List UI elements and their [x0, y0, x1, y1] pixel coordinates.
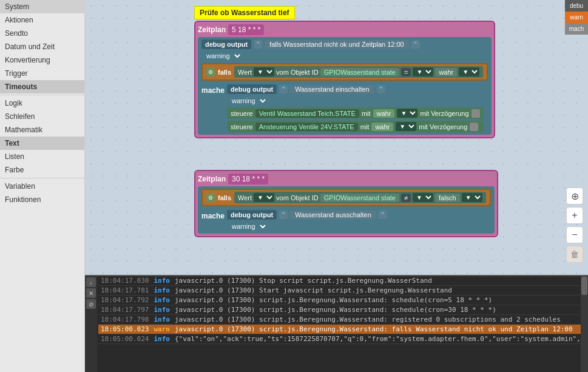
- sidebar-divider: [0, 95, 84, 95]
- mit-delay1-label: mit Verzögerung: [420, 110, 468, 117]
- log-area[interactable]: ↓ ✕ ⊘ 18:04:17.030 info javascript.0 (17…: [85, 275, 588, 372]
- warning-select-2[interactable]: warning info error: [227, 96, 268, 106]
- warning-select-1[interactable]: warning info error: [201, 51, 242, 61]
- zoom-in-button[interactable]: +: [566, 207, 583, 224]
- block-group-1: Prüfe ob Wasserstand tief Zeitplan 5 18 …: [194, 6, 588, 138]
- ventil2-value: Ansteuerung Ventile 24V.STATE: [255, 123, 358, 131]
- log-msg: javascript.0 (17300) Stop script script.…: [172, 276, 588, 286]
- canvas-controls: ⊕ + − 🗑: [566, 188, 583, 263]
- log-table: 18:04:17.030 info javascript.0 (17300) S…: [98, 276, 588, 344]
- block-group-2: Zeitplan 30 18 * * * ⚙ falls Wert ▼ vom …: [194, 170, 498, 237]
- wahr-dropdown-1[interactable]: ▼: [459, 67, 479, 76]
- sidebar-item-aktionen[interactable]: Aktionen: [0, 13, 84, 27]
- sidebar-item-sendto[interactable]: Sendto: [0, 27, 84, 40]
- wert-label-1: Wert: [238, 69, 252, 76]
- sidebar-item-text[interactable]: Text: [0, 137, 84, 150]
- neq-dropdown-2[interactable]: ▼: [413, 193, 433, 202]
- wert-dropdown-2[interactable]: ▼: [254, 193, 274, 202]
- quote-open-1: ": [254, 40, 262, 49]
- eq-dropdown-1[interactable]: ▼: [413, 67, 433, 76]
- steuere-label-1: steuere: [231, 110, 253, 117]
- log-row: 18:04:17.792 info javascript.0 (17300) s…: [98, 296, 588, 305]
- wahr1-dropdown[interactable]: ▼: [397, 109, 417, 118]
- log-level: info: [151, 305, 172, 315]
- log-row: 18:05:00.023 warn javascript.0 (17300) s…: [98, 325, 588, 334]
- log-ctrl-3[interactable]: ⊘: [86, 299, 96, 309]
- log-time: 18:04:17.030: [98, 276, 151, 286]
- compass-button[interactable]: ⊕: [566, 188, 583, 205]
- sidebar-item-variablen[interactable]: Variablen: [0, 180, 84, 193]
- sidebar-divider2: [0, 178, 84, 178]
- sidebar-item-datum-und-zeit[interactable]: Datum und Zeit: [0, 40, 84, 53]
- quote-close-2: ": [377, 85, 385, 93]
- gpio-state-1: GPIOWasserstand state: [320, 68, 399, 76]
- log-time: 18:04:17.797: [98, 305, 151, 315]
- zeitplan-label-1: Zeitplan: [198, 25, 226, 34]
- log-msg: javascript.0 (17300) Start javascript sc…: [172, 286, 588, 296]
- wasserstand-text-1: Wasserstand einschalten: [290, 85, 374, 93]
- log-msg: javascript.0 (17300) script.js.Beregnung…: [172, 296, 588, 305]
- sidebar-item-farbe[interactable]: Farbe: [0, 163, 84, 177]
- gpio-state-2: GPIOWasserstand state: [320, 194, 399, 202]
- quote-open-3: ": [279, 211, 288, 219]
- quote-close-1: ": [411, 40, 420, 49]
- log-row: 18:05:00.024 info {"val":"on","ack":true…: [98, 334, 588, 344]
- sidebar-item-listen[interactable]: Listen: [0, 150, 84, 163]
- steuere-label-2: steuere: [231, 123, 253, 130]
- quote-open-2: ": [279, 85, 288, 93]
- wahr-value-1: wahr: [435, 68, 457, 76]
- log-time: 18:04:17.781: [98, 286, 151, 296]
- neq-label-2: ≠: [401, 194, 411, 202]
- log-time: 18:04:17.798: [98, 315, 151, 325]
- falls-label-1: falls: [218, 69, 231, 76]
- wahr2-btn: wahr: [371, 123, 393, 131]
- wahr1-btn: wahr: [373, 109, 395, 118]
- log-msg: javascript.0 (17300) script.js.Beregnung…: [172, 315, 588, 325]
- log-row: 18:04:17.797 info javascript.0 (17300) s…: [98, 305, 588, 315]
- log-level: warn: [151, 325, 172, 334]
- log-time: 18:04:17.792: [98, 296, 151, 305]
- sidebar-item-konvertierung[interactable]: Konvertierung: [0, 53, 84, 67]
- falls-label-2: falls: [218, 194, 231, 201]
- main-area: debu warn mach Prüfe ob Wasserstand tief…: [85, 0, 588, 372]
- sidebar-item-system[interactable]: System: [0, 0, 84, 13]
- wert-dropdown-1[interactable]: ▼: [254, 67, 274, 76]
- log-msg: {"val":"on","ack":true,"ts":158722587070…: [172, 334, 588, 344]
- sidebar-item-funktionen[interactable]: Funktionen: [0, 193, 84, 206]
- yellow-label: Prüfe ob Wasserstand tief: [194, 6, 295, 19]
- debug-text-1: falls Wasserstand nicht ok und Zeitplan …: [265, 40, 409, 49]
- log-level: info: [151, 276, 172, 286]
- gear-icon-2[interactable]: ⚙: [206, 194, 215, 202]
- log-level: info: [151, 315, 172, 325]
- trash-button[interactable]: 🗑: [566, 246, 583, 263]
- debug-output-label-3: debug output: [227, 210, 277, 220]
- canvas-area[interactable]: debu warn mach Prüfe ob Wasserstand tief…: [85, 0, 588, 275]
- sidebar-item-schleifen[interactable]: Schleifen: [0, 110, 84, 123]
- mache-label-2: mache: [201, 210, 225, 220]
- log-ctrl-1[interactable]: ↓: [86, 277, 96, 287]
- log-time: 18:05:00.024: [98, 334, 151, 344]
- log-scrollbar-thumb: [581, 277, 587, 295]
- sidebar-item-logik[interactable]: Logik: [0, 96, 84, 110]
- vom-objekt-id-2: vom Objekt ID: [276, 194, 319, 201]
- log-level: info: [151, 334, 172, 344]
- log-level: info: [151, 286, 172, 296]
- warning-select-3[interactable]: warning info error: [227, 222, 268, 231]
- mit2-label: mit: [360, 123, 370, 130]
- wahr2-dropdown[interactable]: ▼: [396, 122, 416, 131]
- falsch-dropdown-2[interactable]: ▼: [462, 193, 482, 202]
- log-controls: ↓ ✕ ⊘: [85, 276, 97, 372]
- log-scrollbar[interactable]: [581, 276, 588, 372]
- zoom-out-button[interactable]: −: [566, 226, 583, 243]
- ventil1-value: Ventil Wasserstand Teich.STATE: [255, 109, 359, 118]
- sidebar-item-timeouts[interactable]: Timeouts: [0, 80, 84, 93]
- zeitplan-value-1: 5 18 * * *: [228, 24, 264, 35]
- log-ctrl-2[interactable]: ✕: [86, 288, 96, 298]
- sidebar-item-trigger[interactable]: Trigger: [0, 67, 84, 80]
- log-msg: javascript.0 (17300) script.js.Beregnung…: [172, 325, 588, 334]
- wert-label-2: Wert: [238, 194, 252, 201]
- log-row: 18:04:17.781 info javascript.0 (17300) S…: [98, 286, 588, 296]
- gear-icon-1[interactable]: ⚙: [206, 68, 215, 76]
- wasserstand-aus-text: Wasserstand ausschalten: [290, 211, 376, 219]
- sidebar-item-mathematik[interactable]: Mathematik: [0, 123, 84, 137]
